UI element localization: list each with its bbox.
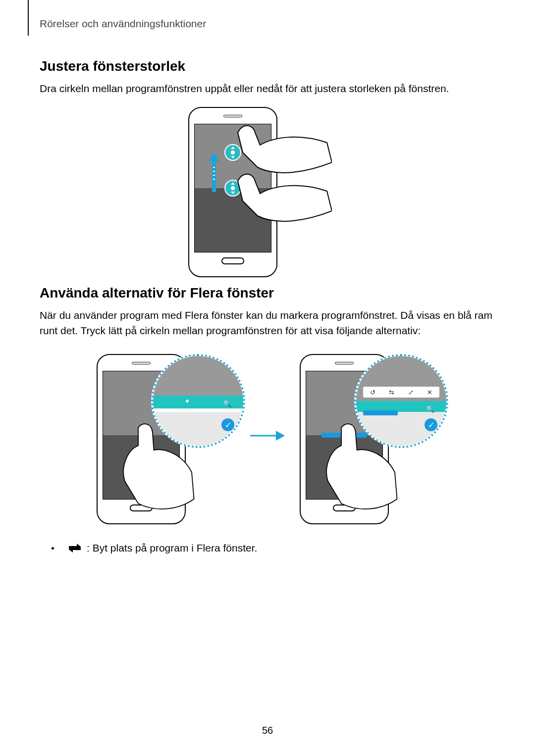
- swap-icon: ↺: [370, 389, 375, 396]
- swap-places-icon: [68, 543, 82, 554]
- chapter-title: Rörelser och användningsfunktioner: [40, 18, 495, 30]
- expand-icon: ⤢: [408, 389, 414, 396]
- page-number: 56: [0, 725, 535, 736]
- bullet-item-1: : Byt plats på program i Flera fönster.: [52, 542, 495, 554]
- drag-up-arrow-icon: [209, 152, 219, 192]
- illustration-options: 🔍 ✓: [40, 349, 495, 522]
- phone-speaker: [335, 362, 354, 364]
- search-icon: 🔍: [223, 400, 231, 407]
- bullet-text: : Byt plats på program i Flera fönster.: [87, 542, 257, 554]
- phone-speaker: [223, 115, 242, 117]
- divider-handle-zoom-icon: [185, 399, 190, 403]
- phone-block-right: ↺ ⇆ ⤢ ✕ 🔍 ✓: [300, 349, 438, 522]
- switch-icon: ⇆: [389, 389, 394, 396]
- hand-pointer-lower-icon: [233, 166, 332, 236]
- header-tab-line: [28, 0, 29, 36]
- section2-body: När du använder program med Flera fönste…: [40, 308, 495, 338]
- phone-block-left: 🔍 ✓: [97, 349, 235, 522]
- close-icon: ✕: [427, 389, 432, 396]
- bullet-dot: [52, 547, 54, 550]
- phone-home-button: [221, 257, 244, 264]
- section1-heading: Justera fönsterstorlek: [40, 58, 495, 74]
- section2-heading: Använda alternativ för Flera fönster: [40, 285, 495, 301]
- zoom-bubble-right: ↺ ⇆ ⤢ ✕ 🔍 ✓: [354, 354, 448, 448]
- phone-speaker: [132, 362, 151, 364]
- search-icon: 🔍: [426, 405, 434, 413]
- section1-body: Dra cirkeln mellan programfönstren uppåt…: [40, 81, 495, 96]
- zoom-bubble-left: 🔍 ✓: [151, 354, 245, 448]
- multiwindow-toolbar: ↺ ⇆ ⤢ ✕: [363, 387, 439, 398]
- arrow-right-icon: [250, 428, 285, 443]
- selection-bar-zoom: [363, 410, 398, 415]
- illustration-resize: [40, 107, 495, 265]
